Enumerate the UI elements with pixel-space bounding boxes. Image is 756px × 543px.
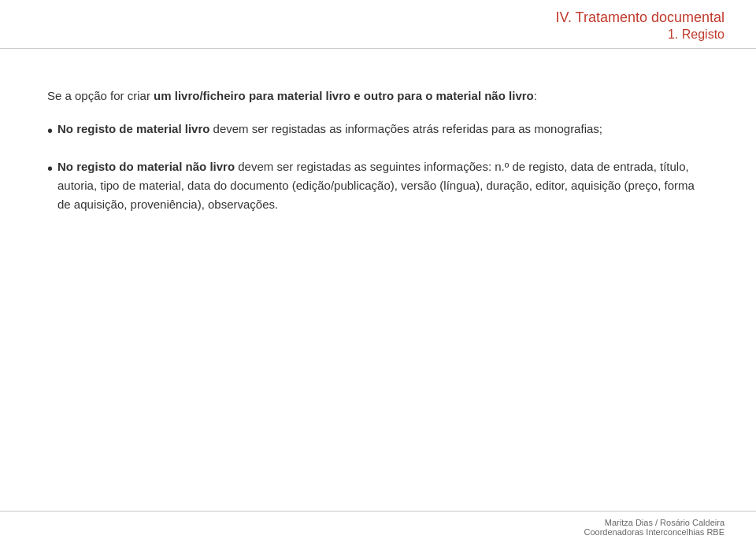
header-subtitle: 1. Registo (32, 28, 724, 42)
footer: Maritza Dias / Rosário Caldeira Coordena… (0, 511, 756, 543)
intro-bold: um livro/ficheiro para material livro e … (154, 89, 534, 102)
header-title: IV. Tratamento documental (32, 9, 724, 26)
bullet1-text: devem ser registadas as informações atrá… (209, 122, 602, 135)
bullet-text-2: No registo do material não livro devem s… (57, 157, 709, 214)
bullet-item-1: • No registo de material livro devem ser… (47, 120, 709, 143)
footer-org: Coordenadoras Interconcelhias RBE (32, 527, 724, 537)
footer-name: Maritza Dias / Rosário Caldeira (32, 518, 724, 527)
bullet1-label: No registo de material livro (57, 122, 209, 135)
main-content: Se a opção for criar um livro/ficheiro p… (47, 55, 709, 496)
intro-text-before: Se a opção for criar (47, 89, 154, 102)
page-container: IV. Tratamento documental 1. Registo Se … (0, 0, 756, 543)
bullet-dot-2: • (47, 156, 53, 181)
intro-colon: : (534, 89, 537, 102)
header: IV. Tratamento documental 1. Registo (0, 0, 756, 49)
bullet-dot-1: • (47, 118, 53, 143)
bullet-item-2: • No registo do material não livro devem… (47, 157, 709, 214)
bullet-text-1: No registo de material livro devem ser r… (57, 120, 709, 139)
bullet2-label: No registo do material não livro (57, 160, 235, 173)
intro-paragraph: Se a opção for criar um livro/ficheiro p… (47, 87, 709, 105)
